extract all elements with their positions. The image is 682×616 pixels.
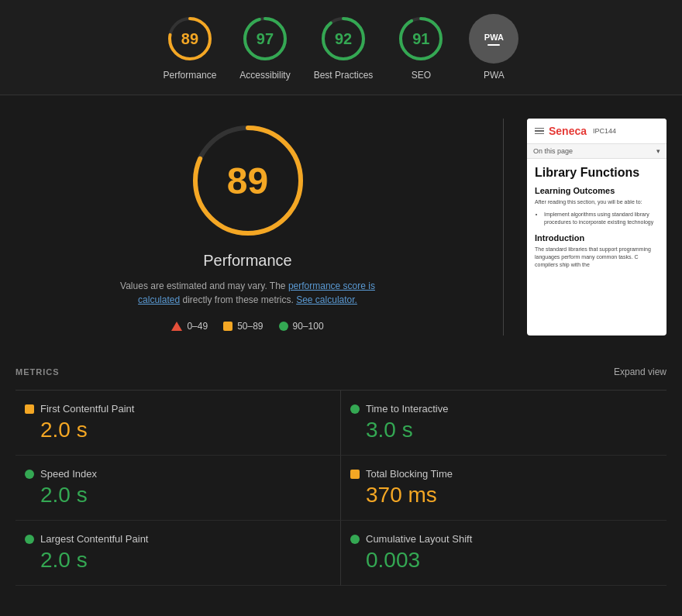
preview-h1: Library Functions bbox=[535, 165, 659, 180]
nav-item-best-practices[interactable]: 92 Best Practices bbox=[314, 14, 374, 81]
preview-h3: Introduction bbox=[535, 233, 659, 243]
metric-fcp: First Contentful Paint 2.0 s bbox=[16, 391, 341, 456]
tbt-label: Total Blocking Time bbox=[366, 468, 453, 480]
section-divider bbox=[503, 119, 504, 336]
tti-value: 3.0 s bbox=[366, 418, 657, 442]
preview-ul: Implement algorithms using standard libr… bbox=[535, 211, 659, 227]
nav-item-pwa[interactable]: PWA PWA bbox=[469, 14, 518, 81]
metric-cls: Cumulative Layout Shift 0.003 bbox=[341, 521, 666, 586]
cls-label: Cumulative Layout Shift bbox=[366, 533, 472, 545]
metric-si: Speed Index 2.0 s bbox=[16, 456, 341, 521]
score-legend: 0–49 50–89 90–100 bbox=[171, 321, 323, 332]
performance-label: Performance bbox=[164, 70, 217, 81]
preview-p2: The standard libraries that support prog… bbox=[535, 246, 659, 268]
tti-indicator bbox=[350, 404, 360, 414]
best-practices-label: Best Practices bbox=[314, 70, 374, 81]
average-icon bbox=[223, 322, 232, 331]
legend-pass: 90–100 bbox=[279, 321, 324, 332]
lcp-indicator bbox=[25, 535, 34, 544]
desc-text-2: directly from these metrics. bbox=[182, 294, 293, 305]
performance-description: Values are estimated and may vary. The p… bbox=[101, 279, 395, 307]
metrics-grid: First Contentful Paint 2.0 s Time to Int… bbox=[16, 390, 666, 586]
average-range: 50–89 bbox=[237, 321, 263, 332]
metric-cls-name-row: Cumulative Layout Shift bbox=[350, 533, 657, 545]
fail-icon bbox=[171, 322, 182, 331]
metric-tti: Time to Interactive 3.0 s bbox=[341, 391, 666, 456]
fcp-value: 2.0 s bbox=[40, 418, 331, 442]
legend-fail: 0–49 bbox=[171, 321, 208, 332]
metric-fcp-name-row: First Contentful Paint bbox=[25, 403, 331, 415]
chevron-down-icon: ▾ bbox=[656, 147, 660, 155]
tbt-indicator bbox=[350, 470, 360, 479]
preview-p1: After reading this section, you will be … bbox=[535, 198, 659, 206]
metric-tbt-name-row: Total Blocking Time bbox=[350, 468, 657, 480]
preview-content: Library Functions Learning Outcomes Afte… bbox=[527, 159, 666, 279]
fcp-indicator bbox=[25, 404, 34, 414]
hamburger-icon bbox=[535, 128, 544, 135]
fcp-label: First Contentful Paint bbox=[40, 403, 134, 415]
metric-lcp: Largest Contentful Paint 2.0 s bbox=[16, 521, 341, 586]
tti-label: Time to Interactive bbox=[366, 403, 448, 415]
accessibility-score: 97 bbox=[257, 30, 274, 48]
pass-range: 90–100 bbox=[293, 321, 324, 332]
performance-section: 89 Performance Values are estimated and … bbox=[16, 119, 666, 336]
lcp-value: 2.0 s bbox=[40, 548, 331, 573]
fail-range: 0–49 bbox=[187, 321, 208, 332]
big-score-circle: 89 bbox=[186, 119, 310, 243]
performance-left: 89 Performance Values are estimated and … bbox=[16, 119, 480, 332]
preview-brand: Seneca bbox=[549, 125, 587, 137]
pwa-text: PWA bbox=[484, 33, 504, 42]
desc-text-1: Values are estimated and may vary. The bbox=[120, 280, 285, 291]
pwa-label: PWA bbox=[484, 70, 505, 81]
page-screenshot: Seneca IPC144 On this page ▾ Library Fun… bbox=[527, 119, 666, 336]
metric-tti-name-row: Time to Interactive bbox=[350, 403, 657, 415]
pwa-dash-icon bbox=[487, 44, 500, 46]
performance-score: 89 bbox=[181, 30, 198, 48]
si-indicator bbox=[25, 470, 34, 479]
main-content: 89 Performance Values are estimated and … bbox=[0, 95, 682, 601]
metric-tbt: Total Blocking Time 370 ms bbox=[341, 456, 666, 521]
nav-item-seo[interactable]: 91 SEO bbox=[396, 14, 446, 81]
top-nav: 89 Performance 97 Accessibility 92 Best … bbox=[0, 0, 682, 95]
performance-circle: 89 bbox=[165, 14, 215, 64]
accessibility-circle: 97 bbox=[240, 14, 290, 64]
see-calculator-link[interactable]: See calculator. bbox=[296, 294, 357, 305]
nav-item-accessibility[interactable]: 97 Accessibility bbox=[239, 14, 290, 81]
metric-si-name-row: Speed Index bbox=[25, 468, 331, 480]
best-practices-circle: 92 bbox=[319, 14, 368, 64]
performance-title: Performance bbox=[203, 252, 292, 270]
big-performance-score: 89 bbox=[227, 160, 268, 202]
preview-onpage-text: On this page bbox=[533, 147, 573, 155]
tbt-value: 370 ms bbox=[366, 483, 657, 508]
expand-view-button[interactable]: Expand view bbox=[614, 367, 666, 377]
pass-icon bbox=[279, 322, 288, 331]
accessibility-label: Accessibility bbox=[239, 70, 290, 81]
best-practices-score: 92 bbox=[335, 30, 352, 48]
pwa-circle: PWA bbox=[469, 14, 518, 64]
seo-circle: 91 bbox=[396, 14, 446, 64]
preview-li: Implement algorithms using standard libr… bbox=[544, 211, 659, 227]
legend-average: 50–89 bbox=[223, 321, 263, 332]
lcp-label: Largest Contentful Paint bbox=[40, 533, 148, 545]
preview-header: Seneca IPC144 bbox=[527, 119, 666, 144]
si-value: 2.0 s bbox=[40, 483, 331, 508]
si-label: Speed Index bbox=[40, 468, 97, 480]
seo-label: SEO bbox=[412, 70, 431, 81]
seo-score: 91 bbox=[412, 30, 429, 48]
preview-onpage-bar: On this page ▾ bbox=[527, 144, 666, 159]
metrics-header: METRICS Expand view bbox=[16, 359, 666, 377]
metric-lcp-name-row: Largest Contentful Paint bbox=[25, 533, 331, 545]
preview-h2: Learning Outcomes bbox=[535, 186, 659, 195]
preview-ipc: IPC144 bbox=[593, 127, 616, 135]
cls-indicator bbox=[350, 535, 360, 544]
nav-item-performance[interactable]: 89 Performance bbox=[164, 14, 217, 81]
metrics-label: METRICS bbox=[16, 367, 60, 377]
cls-value: 0.003 bbox=[366, 548, 657, 573]
